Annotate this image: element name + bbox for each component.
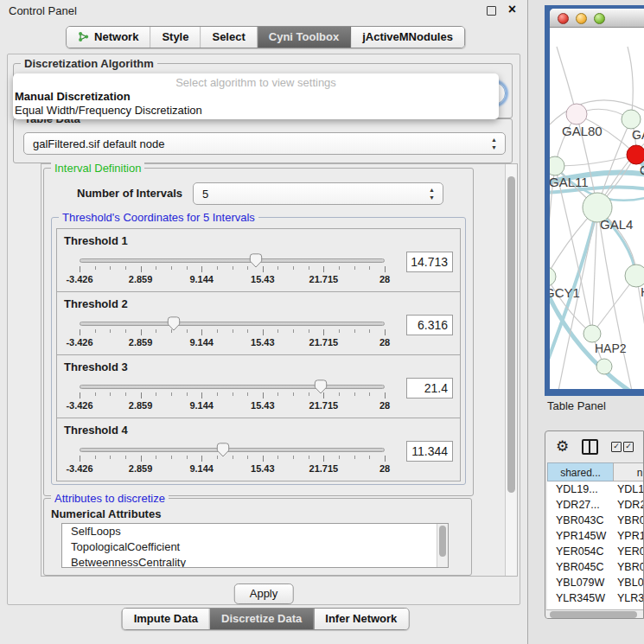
threshold-slider[interactable]: -3.4262.8599.14415.4321.71528	[80, 253, 385, 288]
column-header-name[interactable]: n	[613, 462, 644, 481]
slider-thumb[interactable]	[216, 443, 230, 457]
gear-icon[interactable]: ⚙	[556, 437, 569, 456]
thresholds-group: Threshold's Coordinates for 5 Intervals …	[51, 217, 466, 485]
tick-mark	[125, 266, 126, 270]
network-view-frame: GAL80GACGAL11GAL4GCY1HHAP2	[545, 5, 644, 396]
tick-mark	[187, 266, 188, 270]
tick-mark	[309, 329, 309, 333]
split-columns-icon[interactable]	[582, 439, 598, 455]
network-node[interactable]	[550, 267, 556, 286]
threshold-slider[interactable]: -3.4262.8599.14415.4321.71528	[80, 443, 385, 477]
cell-name: YPR1	[617, 530, 644, 542]
scrollbar-thumb[interactable]	[550, 611, 637, 618]
slider-thumb[interactable]	[167, 316, 181, 331]
cell-shared-name: YBR045C	[556, 561, 604, 573]
tick-mark	[201, 456, 202, 462]
attribute-list-item[interactable]: SelfLoops	[62, 524, 448, 539]
network-window-titlebar[interactable]	[550, 9, 644, 28]
close-icon[interactable]: ×	[508, 2, 516, 17]
attribute-list-item[interactable]: BetweennessCentrality	[62, 555, 448, 568]
threshold-value-field[interactable]: 6.316	[406, 315, 453, 335]
threshold-slider[interactable]: -3.4262.8599.14415.4321.71528	[80, 379, 385, 414]
scrollbar-thumb[interactable]	[439, 526, 446, 557]
threshold-value-field[interactable]: 21.4	[406, 378, 453, 399]
dropdown-option[interactable]: Equal Width/Frequency Discretization	[13, 104, 499, 118]
network-node-label: H	[641, 284, 644, 299]
checkbox-icon[interactable]: ✓	[623, 442, 634, 452]
tab-style[interactable]: Style	[150, 27, 200, 48]
tick-mark	[217, 392, 218, 396]
close-traffic-light-icon[interactable]	[558, 13, 569, 24]
tick-label: 9.144	[189, 463, 214, 474]
threshold-slider[interactable]: -3.4262.8599.14415.4321.71528	[80, 316, 385, 351]
cell-shared-name: YBR043C	[556, 514, 604, 526]
threshold-value-field[interactable]: 14.713	[406, 252, 453, 272]
column-header-shared[interactable]: shared...	[547, 462, 614, 481]
cell-shared-name: YDL19...	[556, 483, 598, 495]
table-data-combobox[interactable]: galFiltered.sif default node ▲▼	[23, 132, 506, 155]
checkbox-icon[interactable]: ✓	[611, 442, 622, 452]
scrollbar-thumb[interactable]	[507, 176, 515, 493]
tab-cyni-toolbox[interactable]: Cyni Toolbox	[257, 27, 350, 48]
group-title: Threshold's Coordinates for 5 Intervals	[59, 211, 258, 224]
network-node-label: GAL80	[562, 124, 603, 138]
network-canvas[interactable]: GAL80GACGAL11GAL4GCY1HHAP2	[550, 28, 644, 389]
table-row[interactable]: YDR27...YDR2	[547, 497, 644, 513]
table-row[interactable]: YBL079WYBL0	[547, 575, 644, 590]
tab-impute-data[interactable]: Impute Data	[123, 609, 209, 629]
attributes-group: Attributes to discretize Numerical Attri…	[43, 498, 472, 576]
threshold-value-field[interactable]: 11.344	[406, 441, 453, 462]
table-row[interactable]: YPR145WYPR1	[547, 528, 644, 544]
table-row[interactable]: YLR345WYLR3	[547, 590, 644, 606]
vertical-scrollbar[interactable]	[505, 164, 517, 576]
table-row[interactable]: YDL19...YDL1	[547, 481, 644, 497]
tick-mark	[141, 266, 142, 272]
panel-title: Control Panel	[9, 4, 77, 17]
attribute-list-item[interactable]: TopologicalCoefficient	[62, 539, 448, 555]
tick-mark	[263, 456, 264, 462]
numerical-attributes-list[interactable]: SelfLoopsTopologicalCoefficientBetweenne…	[61, 523, 449, 568]
tab-infer-network[interactable]: Infer Network	[313, 609, 408, 629]
tick-mark	[156, 329, 156, 333]
network-node[interactable]	[566, 104, 587, 124]
network-node[interactable]	[583, 325, 601, 342]
slider-track[interactable]	[80, 385, 385, 389]
tick-mark	[141, 392, 142, 399]
list-scrollbar[interactable]	[437, 524, 448, 567]
table-row[interactable]: YER054CYER0	[547, 544, 644, 559]
network-node[interactable]	[596, 359, 612, 374]
tab-discretize-data[interactable]: Discretize Data	[209, 609, 313, 629]
slider-track[interactable]	[80, 322, 385, 326]
tick-mark	[369, 329, 370, 333]
tick-mark	[323, 329, 324, 335]
slider-track[interactable]	[80, 258, 385, 263]
network-node[interactable]	[622, 110, 641, 129]
interval-definition-group: Interval Definition Number of Intervals …	[43, 168, 474, 496]
tick-mark	[95, 456, 96, 459]
float-window-icon[interactable]	[487, 6, 496, 16]
tick-mark	[95, 266, 96, 270]
dropdown-option[interactable]: Manual Discretization	[13, 90, 499, 104]
combo-arrows-icon: ▲▼	[429, 186, 435, 201]
horizontal-scrollbar[interactable]	[546, 609, 644, 619]
apply-button[interactable]: Apply	[234, 583, 294, 604]
zoom-traffic-light-icon[interactable]	[594, 13, 605, 24]
tick-label: 21.715	[309, 274, 339, 284]
number-of-intervals-combobox[interactable]: 5 ▲▼	[193, 182, 443, 205]
tab-jactivemnodules[interactable]: jActiveMNodules	[350, 27, 464, 48]
network-node[interactable]	[550, 156, 564, 175]
tick-label: 9.144	[189, 274, 214, 284]
tick-mark	[233, 392, 233, 396]
tab-select[interactable]: Select	[200, 27, 256, 48]
network-node[interactable]	[627, 145, 644, 164]
minimize-traffic-light-icon[interactable]	[576, 13, 587, 24]
cyni-toolbox-panel: Discretization Algorithm ▲▼ Select algor…	[7, 54, 520, 605]
slider-track[interactable]	[80, 448, 385, 452]
table-row[interactable]: YBR043CYBR0	[547, 513, 644, 528]
slider-thumb[interactable]	[249, 253, 263, 268]
network-icon	[78, 31, 89, 42]
slider-thumb[interactable]	[314, 379, 328, 394]
tab-network[interactable]: Network	[67, 27, 150, 48]
table-row[interactable]: YBR045CYBR0	[547, 559, 644, 575]
tick-mark	[110, 266, 111, 270]
